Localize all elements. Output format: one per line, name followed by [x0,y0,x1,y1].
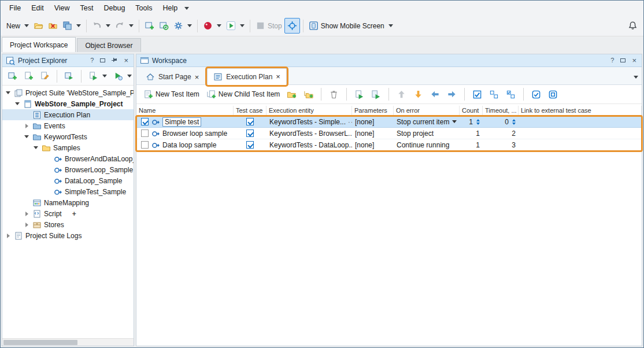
auto-hide-pin-button[interactable] [110,57,119,64]
parameters-cell[interactable]: [none] [352,116,394,127]
new-test-item-button[interactable]: New Test Item [141,87,202,102]
expand-arrow-icon[interactable] [5,234,12,238]
count-cell[interactable]: 1 [460,139,483,150]
tree-item-events[interactable]: Events [2,120,134,131]
tree-item-script[interactable]: Script + [2,208,134,219]
new-child-test-item-button[interactable]: New Child Test Item [204,87,282,102]
table-row[interactable]: Simple test KeywordTests - Simple... [no… [136,116,642,128]
timeout-spinner[interactable] [512,119,516,125]
column-header-on-error[interactable]: On error [394,106,460,116]
name-cell[interactable]: Data loop sample [136,139,234,150]
name-cell[interactable]: Simple test [136,116,234,127]
column-header-name[interactable]: Name [136,106,234,116]
close-tab-icon[interactable] [276,72,280,81]
on-error-cell[interactable]: Stop current item [394,116,460,127]
name-cell[interactable]: Browser loop sample [136,128,234,139]
run-focused-button[interactable] [369,87,383,102]
tab-list-dropdown-icon[interactable] [634,76,638,79]
markers-button[interactable] [62,69,76,83]
tree-item-stores[interactable]: Stores [2,219,134,230]
menu-overflow-chevron-icon[interactable] [184,7,189,10]
save-all-button[interactable] [60,18,83,33]
enable-selected-button[interactable] [529,87,543,102]
tab-execution-plan[interactable]: Execution Plan [207,68,287,85]
tree-item-browserloop-sample[interactable]: BrowserLoop_Sample [2,164,134,175]
browse-entity-button[interactable] [348,119,352,125]
menu-edit[interactable]: Edit [26,1,49,15]
edit-item-button[interactable] [38,69,52,83]
menu-help[interactable]: Help [158,1,183,15]
move-up-button[interactable] [394,87,409,102]
horizontal-scrollbar[interactable] [2,338,134,346]
execution-entity-cell[interactable]: KeywordTests - Simple... [267,116,352,127]
tree-item-webstore-project[interactable]: WebStore_Sample_Project [2,98,134,109]
tab-start-page[interactable]: Start Page [140,69,205,84]
undo-button[interactable] [90,18,113,33]
stop-button[interactable]: Stop [253,18,284,33]
add-script-button[interactable]: + [72,210,76,218]
tree-item-browseranddataloop[interactable]: BrowserAndDataLoop_... [2,153,134,164]
on-error-cell[interactable]: Continue running [394,139,460,150]
table-row[interactable]: Browser loop sample KeywordTests - Brows… [136,128,642,139]
expand-arrow-icon[interactable] [23,135,30,138]
move-left-button[interactable] [428,87,442,102]
expand-arrow-icon[interactable] [14,102,21,105]
add-item-button[interactable] [142,18,157,33]
new-child-group-button[interactable] [301,87,316,102]
link-cell[interactable] [519,128,642,139]
menu-test[interactable]: Test [75,1,99,15]
menu-tools[interactable]: Tools [130,1,157,15]
tree-item-namemapping[interactable]: NameMapping [2,197,134,208]
expand-arrow-icon[interactable] [32,146,39,149]
disable-selected-button[interactable] [546,87,560,102]
tools-settings-button[interactable] [171,18,194,33]
column-header-link[interactable]: Link to external test case [519,106,642,116]
check-all-button[interactable] [470,87,484,102]
parameters-cell[interactable]: [none] [352,128,394,139]
close-panel-button[interactable] [122,57,130,64]
expand-arrow-icon[interactable] [23,212,30,216]
column-header-timeout[interactable]: Timeout, ... [483,106,519,116]
run-button[interactable] [224,18,247,33]
parameters-cell[interactable]: [none] [352,139,394,150]
name-edit-box[interactable]: Simple test [162,117,201,127]
row-enabled-checkbox[interactable] [141,118,149,125]
expand-arrow-icon[interactable] [23,124,30,128]
invert-checks-button[interactable] [504,87,518,102]
column-header-count[interactable]: Count [460,106,483,116]
close-project-button[interactable] [46,18,60,33]
record-button[interactable] [201,18,224,33]
link-cell[interactable] [519,116,642,127]
row-enabled-checkbox[interactable] [141,141,149,149]
link-cell[interactable] [519,139,642,150]
redo-button[interactable] [113,18,136,33]
count-cell[interactable]: 1 [460,128,483,139]
table-row[interactable]: Data loop sample KeywordTests - DataLoop… [136,139,642,151]
add-checkpoint-button[interactable] [157,18,171,33]
column-header-parameters[interactable]: Parameters [352,106,394,116]
test-case-checkbox[interactable] [246,129,254,137]
close-panel-button[interactable] [630,57,638,64]
timeout-cell[interactable]: 2 [483,128,519,139]
on-error-dropdown-icon[interactable] [452,120,457,123]
test-case-cell[interactable] [234,128,267,139]
test-case-checkbox[interactable] [246,141,254,149]
expand-arrow-icon[interactable] [5,91,12,94]
test-case-cell[interactable] [234,116,267,127]
tab-object-browser[interactable]: Object Browser [77,38,140,52]
count-cell[interactable]: 1 [460,116,483,127]
row-enabled-checkbox[interactable] [141,129,149,137]
column-header-execution-entity[interactable]: Execution entity [267,106,352,116]
tree-item-samples[interactable]: Samples [2,142,134,153]
help-button[interactable] [88,57,95,64]
timeout-cell[interactable]: 3 [483,139,519,150]
run-item-button[interactable] [86,69,109,83]
tree-item-dataloop-sample[interactable]: DataLoop_Sample [2,175,134,186]
uncheck-all-button[interactable] [487,87,501,102]
execution-entity-cell[interactable]: KeywordTests - DataLoop... [267,139,352,150]
open-button[interactable] [31,18,46,33]
add-existing-item-button[interactable] [21,69,36,83]
tree-item-project-suite[interactable]: Project Suite 'WebStore_Sample_Proje... [2,87,134,98]
notifications-button[interactable] [626,18,640,33]
debug-item-button[interactable] [111,69,134,83]
